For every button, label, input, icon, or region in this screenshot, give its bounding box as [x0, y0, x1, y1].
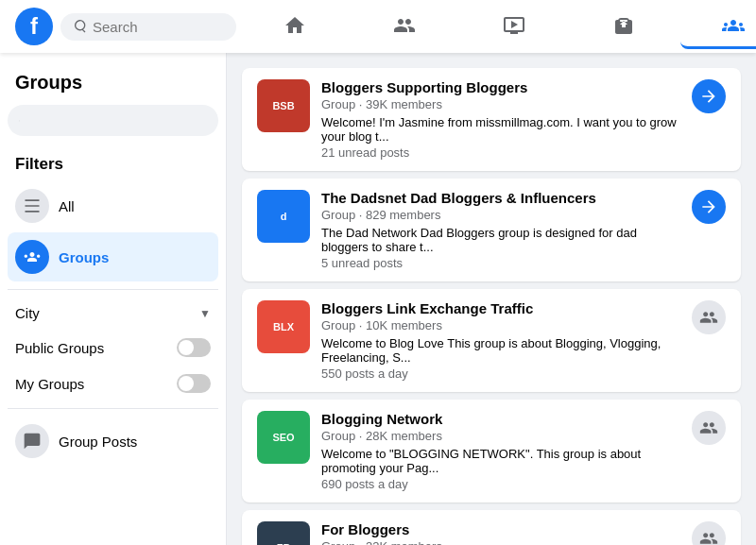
group-desc: Welcome to Blog Love This group is about… [321, 336, 680, 365]
facebook-logo[interactable]: f [15, 8, 53, 45]
group-members-icon-btn[interactable] [692, 521, 726, 545]
sub-filter-city-label: City [15, 305, 40, 321]
my-groups-toggle[interactable] [177, 374, 211, 393]
divider-1 [8, 289, 218, 290]
topnav-left: f [15, 8, 242, 45]
nav-watch[interactable] [461, 4, 567, 49]
group-name[interactable]: Bloggers Link Exchange Traffic [321, 300, 680, 316]
group-info: Bloggers Link Exchange Traffic Group · 1… [321, 300, 680, 381]
group-activity: 21 unread posts [321, 145, 680, 160]
group-info: For Bloggers Group · 33K members Share y… [321, 521, 680, 545]
filter-groups-label: Groups [59, 249, 109, 265]
svg-point-0 [19, 120, 20, 121]
group-activity: 5 unread posts [321, 256, 680, 270]
filter-group-posts-label: Group Posts [59, 434, 137, 450]
sub-filter-my-groups-left: My Groups [15, 376, 84, 392]
join-button[interactable] [692, 79, 726, 113]
filter-group-posts-icon [15, 424, 49, 458]
filter-groups[interactable]: Groups [8, 232, 218, 281]
group-action [692, 300, 726, 334]
nav-groups[interactable] [680, 4, 756, 49]
group-meta: Group · 10K members [321, 318, 680, 332]
group-info: Blogging Network Group · 28K members Wel… [321, 411, 680, 491]
divider-2 [8, 408, 218, 409]
group-action [692, 190, 726, 224]
group-info: The Dadsnet Dad Bloggers & Influencers G… [321, 190, 680, 270]
group-action [692, 411, 726, 445]
group-action [692, 521, 726, 545]
group-activity: 690 posts a day [321, 477, 680, 491]
nav-marketplace[interactable] [571, 4, 677, 49]
group-name[interactable]: Blogging Network [321, 411, 680, 427]
group-name[interactable]: Bloggers Supporting Bloggers [321, 79, 680, 95]
topnav: f M Marc + [0, 0, 756, 53]
sub-filter-public-groups-label: Public Groups [15, 340, 104, 356]
group-card: BSB Bloggers Supporting Bloggers Group ·… [242, 68, 741, 171]
sidebar-search-input[interactable]: blogger [27, 112, 207, 128]
sub-filter-public-groups[interactable]: Public Groups [8, 331, 218, 365]
sidebar: Groups blogger Filters All Groups [0, 53, 227, 545]
group-card: d The Dadsnet Dad Bloggers & Influencers… [242, 179, 741, 281]
group-info: Bloggers Supporting Bloggers Group · 39K… [321, 79, 680, 160]
sidebar-title: Groups [8, 68, 218, 105]
group-card: SEO Blogging Network Group · 28K members… [242, 400, 741, 502]
group-desc: The Dad Network Dad Bloggers group is de… [321, 226, 680, 254]
filter-all-icon [15, 189, 49, 223]
group-thumbnail: SEO [257, 411, 310, 464]
group-name[interactable]: For Bloggers [321, 521, 680, 537]
group-meta: Group · 28K members [321, 429, 680, 443]
group-meta: Group · 33K members [321, 539, 680, 545]
topnav-center [242, 4, 756, 49]
layout: Groups blogger Filters All Groups [0, 53, 756, 545]
main-content: BSB Bloggers Supporting Bloggers Group ·… [227, 53, 756, 545]
sidebar-search-icon [19, 113, 20, 128]
search-box[interactable] [60, 13, 236, 41]
sidebar-search[interactable]: blogger [8, 105, 218, 136]
group-members-icon-btn[interactable] [692, 300, 726, 334]
group-name[interactable]: The Dadsnet Dad Bloggers & Influencers [321, 190, 680, 206]
join-button[interactable] [692, 190, 726, 224]
filter-all-label: All [59, 198, 75, 214]
group-members-icon-btn[interactable] [692, 411, 726, 445]
filter-all[interactable]: All [8, 181, 218, 230]
search-icon [72, 19, 87, 34]
group-meta: Group · 829 members [321, 208, 680, 222]
chevron-down-icon: ▼ [199, 307, 211, 320]
group-thumbnail: FB [257, 521, 310, 545]
topnav-search-input[interactable] [93, 19, 225, 35]
nav-friends[interactable] [352, 4, 457, 49]
group-card: BLX Bloggers Link Exchange Traffic Group… [242, 289, 741, 392]
sub-filter-public-groups-left: Public Groups [15, 340, 104, 356]
group-thumbnail: d [257, 190, 310, 243]
group-action [692, 79, 726, 113]
sub-filter-my-groups[interactable]: My Groups [8, 366, 218, 400]
group-activity: 550 posts a day [321, 366, 680, 381]
group-meta: Group · 39K members [321, 97, 680, 111]
filter-groups-icon [15, 240, 49, 274]
group-thumbnail: BLX [257, 300, 310, 353]
group-desc: Welcome! I'm Jasmine from missmillmag.co… [321, 115, 680, 144]
filter-group-posts[interactable]: Group Posts [8, 417, 218, 466]
filters-label: Filters [8, 151, 218, 181]
sub-filter-my-groups-label: My Groups [15, 376, 84, 392]
nav-home[interactable] [242, 4, 348, 49]
sub-filter-city[interactable]: City ▼ [8, 298, 218, 329]
group-card: FB For Bloggers Group · 33K members Shar… [242, 510, 741, 545]
group-desc: Welcome to "BLOGGING NETWORK". This grou… [321, 447, 680, 475]
public-groups-toggle[interactable] [177, 338, 211, 357]
sub-filter-city-left: City [15, 305, 40, 321]
group-thumbnail: BSB [257, 79, 310, 132]
